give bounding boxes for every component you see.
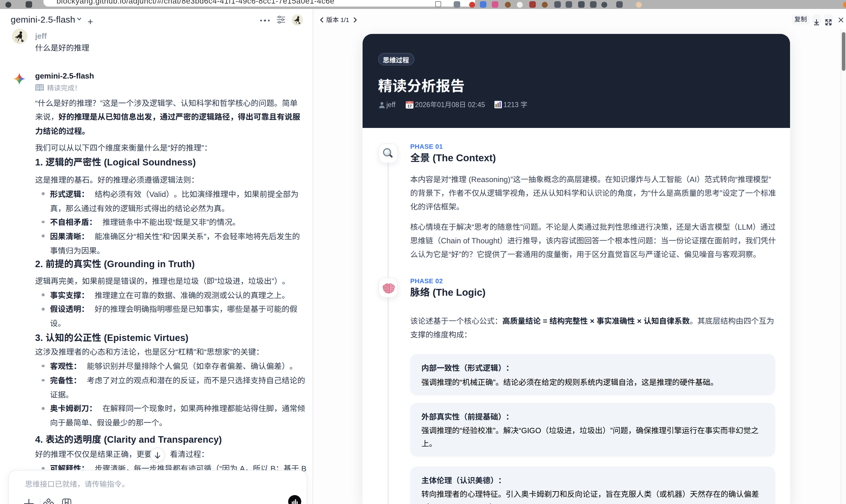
svg-text:17: 17 bbox=[407, 104, 411, 108]
svg-text:JUL: JUL bbox=[408, 101, 411, 103]
